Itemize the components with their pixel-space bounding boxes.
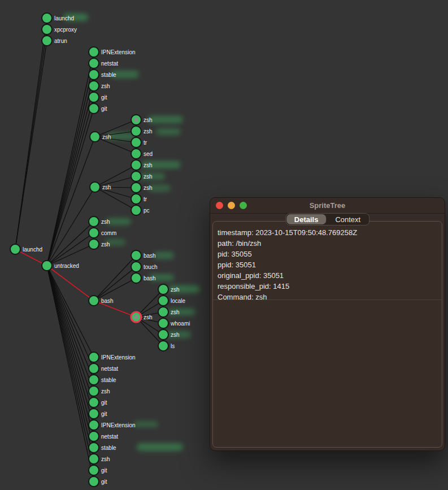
tree-node-zsh[interactable]: zsh	[89, 386, 110, 396]
node-label: zsh	[143, 174, 153, 180]
tree-node-bash[interactable]: bash	[131, 273, 156, 283]
tab-context-label: Context	[335, 215, 360, 224]
tree-node-zsh[interactable]: zsh	[131, 126, 153, 136]
node-circle[interactable]	[90, 182, 100, 192]
node-circle[interactable]	[89, 397, 99, 407]
node-circle[interactable]	[89, 228, 99, 238]
node-circle[interactable]	[89, 58, 99, 68]
node-circle[interactable]	[89, 103, 99, 114]
node-circle[interactable]	[131, 126, 141, 136]
tree-node-git[interactable]: git	[89, 397, 107, 407]
node-circle[interactable]	[131, 149, 141, 159]
node-circle[interactable]	[42, 24, 52, 34]
tree-node-git[interactable]: git	[89, 103, 107, 114]
tree-node-zsh[interactable]: zsh	[158, 307, 180, 317]
node-circle[interactable]	[158, 341, 168, 351]
node-circle[interactable]	[131, 160, 141, 170]
node-circle[interactable]	[42, 13, 52, 23]
tree-node-locale[interactable]: locale	[158, 296, 186, 306]
node-circle[interactable]	[131, 205, 141, 215]
node-circle[interactable]	[158, 284, 168, 294]
node-circle[interactable]	[131, 137, 141, 148]
node-circle[interactable]	[89, 375, 99, 385]
node-circle[interactable]	[131, 250, 141, 261]
tree-node-netstat[interactable]: netstat	[89, 58, 118, 68]
tree-node-bash[interactable]: bash	[89, 296, 114, 306]
node-circle[interactable]	[89, 216, 99, 227]
tree-node-whoami[interactable]: whoami	[158, 318, 190, 328]
tree-node-zsh[interactable]: zsh	[131, 115, 153, 125]
node-circle[interactable]	[90, 132, 100, 142]
node-circle[interactable]	[158, 307, 168, 317]
tree-node-sed[interactable]: sed	[131, 149, 153, 159]
tree-node-zsh[interactable]: zsh	[131, 160, 153, 170]
tree-node-launchd[interactable]: launchd	[10, 244, 42, 254]
tree-node-zsh[interactable]: zsh	[131, 183, 153, 193]
tree-node-stable[interactable]: stable	[89, 443, 116, 453]
node-circle[interactable]	[89, 431, 99, 441]
node-circle[interactable]	[89, 476, 99, 487]
tree-edge	[95, 187, 136, 210]
tree-node-git[interactable]: git	[89, 409, 107, 419]
tree-node-pc[interactable]: pc	[131, 205, 150, 215]
node-circle[interactable]	[89, 443, 99, 453]
node-circle[interactable]	[89, 70, 99, 80]
tree-node-comm[interactable]: comm	[89, 228, 116, 238]
node-circle[interactable]	[89, 296, 99, 306]
node-circle[interactable]	[89, 47, 99, 57]
tree-node-IPNExtension[interactable]: IPNExtension	[89, 352, 136, 362]
tree-node-zsh[interactable]: zsh	[158, 329, 180, 340]
tree-node-xpcproxy[interactable]: xpcproxy	[42, 24, 77, 34]
tree-node-touch[interactable]: touch	[131, 262, 157, 272]
tree-node-zsh[interactable]: zsh	[89, 216, 110, 227]
tab-context[interactable]: Context	[327, 214, 368, 224]
node-circle[interactable]	[89, 352, 99, 362]
tab-details[interactable]: Details	[286, 214, 327, 224]
node-circle[interactable]	[131, 194, 141, 204]
node-circle[interactable]	[89, 363, 99, 374]
node-circle[interactable]	[158, 318, 168, 328]
tree-node-IPNExtension[interactable]: IPNExtension	[89, 47, 136, 57]
tree-node-stable[interactable]: stable	[89, 375, 116, 385]
tree-node-zsh[interactable]: zsh	[90, 132, 111, 142]
node-circle[interactable]	[158, 329, 168, 340]
tree-node-atrun[interactable]: atrun	[42, 36, 67, 46]
tree-node-tr[interactable]: tr	[131, 194, 147, 204]
tree-node-IPNExtension[interactable]: IPNExtension	[89, 420, 136, 430]
tree-node-launchd[interactable]: launchd	[42, 13, 74, 23]
tree-node-bash[interactable]: bash	[131, 250, 156, 261]
tree-node-untracked[interactable]: untracked	[42, 261, 79, 271]
tree-node-git[interactable]: git	[89, 465, 107, 475]
node-circle[interactable]	[42, 36, 52, 46]
tree-node-tr[interactable]: tr	[131, 137, 147, 148]
tree-node-zsh[interactable]: zsh	[89, 454, 110, 464]
node-circle[interactable]	[131, 273, 141, 283]
tree-node-ls[interactable]: ls	[158, 341, 175, 351]
node-circle[interactable]	[131, 183, 141, 193]
node-circle[interactable]	[89, 81, 99, 91]
node-circle[interactable]	[158, 296, 168, 306]
tree-node-stable[interactable]: stable	[89, 70, 116, 80]
tree-node-zsh[interactable]: zsh	[158, 284, 180, 294]
tree-node-zsh[interactable]: zsh	[89, 239, 110, 249]
node-circle[interactable]	[89, 92, 99, 102]
node-circle[interactable]	[42, 261, 52, 271]
window-titlebar[interactable]: SpriteTree	[210, 198, 445, 214]
node-circle[interactable]	[131, 171, 141, 181]
tree-node-git[interactable]: git	[89, 92, 107, 102]
node-circle[interactable]	[89, 409, 99, 419]
node-label: stable	[101, 72, 116, 78]
node-circle[interactable]	[10, 244, 20, 254]
node-circle[interactable]	[89, 239, 99, 249]
node-circle[interactable]	[89, 420, 99, 430]
tree-node-netstat[interactable]: netstat	[89, 431, 118, 441]
node-circle[interactable]	[89, 386, 99, 396]
tree-node-zsh[interactable]: zsh	[89, 81, 110, 91]
tree-node-netstat[interactable]: netstat	[89, 363, 118, 374]
node-circle[interactable]	[89, 465, 99, 475]
tree-edge	[94, 267, 136, 301]
node-circle[interactable]	[89, 454, 99, 464]
node-circle[interactable]	[131, 262, 141, 272]
tree-node-zsh[interactable]: zsh	[131, 171, 153, 181]
tree-node-git[interactable]: git	[89, 476, 107, 487]
